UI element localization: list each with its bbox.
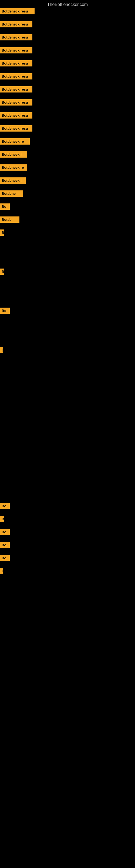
bottleneck-result-item[interactable]: Bo bbox=[0, 308, 10, 314]
bottleneck-result-item[interactable]: B bbox=[0, 516, 4, 522]
bottleneck-result-item[interactable]: Bottleneck r bbox=[0, 177, 26, 184]
bottleneck-result-item[interactable]: Bottlene bbox=[0, 190, 23, 197]
bottleneck-result-item[interactable]: Bo bbox=[0, 529, 10, 535]
bottleneck-result-item[interactable]: Bottle bbox=[0, 216, 19, 223]
bottleneck-result-item[interactable]: | bbox=[0, 347, 3, 353]
bottleneck-result-item[interactable]: Bottleneck resu bbox=[0, 47, 32, 54]
bottleneck-result-item[interactable]: B bbox=[0, 568, 3, 574]
bottleneck-result-item[interactable]: Bo bbox=[0, 503, 10, 509]
bottleneck-result-item[interactable]: B bbox=[0, 229, 4, 236]
bottleneck-result-item[interactable]: Bottleneck resu bbox=[0, 112, 32, 119]
bottleneck-result-item[interactable]: Bo bbox=[0, 542, 10, 548]
bottleneck-result-item[interactable]: Bottleneck re bbox=[0, 138, 30, 145]
bottleneck-result-item[interactable]: Bottleneck resu bbox=[0, 73, 32, 80]
bottleneck-result-item[interactable]: Bo bbox=[0, 555, 10, 561]
bottleneck-result-item[interactable]: Bottleneck resu bbox=[0, 99, 32, 105]
bottleneck-result-item[interactable]: Bottleneck resu bbox=[0, 34, 32, 40]
bottleneck-result-item[interactable]: Bottleneck resu bbox=[0, 8, 35, 14]
bottleneck-result-item[interactable]: Bottleneck resu bbox=[0, 86, 32, 93]
bottleneck-result-item[interactable]: Bottleneck re bbox=[0, 164, 27, 170]
bottleneck-result-item[interactable]: Bottleneck resu bbox=[0, 60, 32, 66]
bottleneck-result-item[interactable]: Bo bbox=[0, 204, 10, 210]
site-title: TheBottlenecker.com bbox=[0, 0, 135, 9]
bottleneck-result-item[interactable]: Bottleneck r bbox=[0, 151, 27, 158]
bottleneck-result-item[interactable]: Bottleneck resu bbox=[0, 21, 32, 27]
bottleneck-result-item[interactable]: Bottleneck resu bbox=[0, 125, 32, 131]
bottleneck-result-item[interactable]: B bbox=[0, 269, 4, 275]
